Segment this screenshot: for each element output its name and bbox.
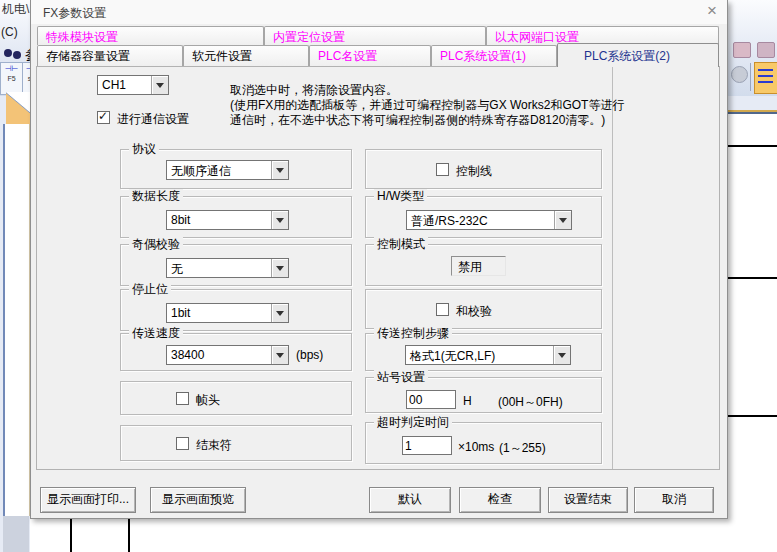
tab-plc-system-settings-2[interactable]: PLC系统设置(2): [557, 43, 719, 67]
timeout-unit: ×10ms: [458, 440, 494, 454]
toolbar-separator: [750, 63, 751, 91]
note-line-1: 取消选中时，将清除设置内容。: [230, 83, 720, 98]
sum-check-box: ✓ 和校验: [365, 289, 602, 329]
dropdown-arrow-icon[interactable]: [271, 259, 288, 277]
sum-check-checkbox[interactable]: ✓: [436, 303, 449, 316]
control-line-box: ✓ 控制线: [365, 149, 602, 189]
comm-setting-checkbox[interactable]: ✓: [97, 111, 110, 124]
terminator-box: ✓ 结束符: [120, 425, 352, 461]
dropdown-arrow-icon[interactable]: [553, 346, 570, 364]
screen-print-button[interactable]: 显示画面打印...: [40, 487, 136, 513]
data-length-group: 数据长度 8bit: [120, 196, 352, 238]
tab-device-settings[interactable]: 软元件设置: [183, 45, 309, 66]
note-line-3: 通信时，在不选中状态下将可编程控制器侧的特殊寄存器D8120清零。): [230, 113, 720, 128]
frame-header-checkbox[interactable]: ✓: [176, 392, 189, 405]
find-icon[interactable]: [4, 49, 12, 57]
data-length-value: 8bit: [171, 213, 190, 227]
tab-label: PLC系统设置(1): [440, 48, 526, 65]
tab-plc-name-settings[interactable]: PLC名设置: [309, 45, 431, 66]
terminator-checkbox[interactable]: ✓: [176, 437, 189, 450]
protocol-group: 协议 无顺序通信: [120, 149, 352, 189]
baud-rate-value: 38400: [171, 348, 204, 362]
dialog-title: FX参数设置: [43, 5, 106, 22]
ladder-monitor-button[interactable]: [754, 62, 777, 94]
stop-bit-group: 停止位 1bit: [120, 289, 352, 331]
ladder-contact-button[interactable]: ⊣⊢ F5: [0, 62, 23, 95]
fx-parameter-dialog: FX参数设置 × 特殊模块设置 内置定位设置 以太网端口设置 存储器容量设置 软…: [30, 0, 728, 519]
comm-setting-label: 进行通信设置: [117, 111, 189, 128]
station-range: (00H～0FH): [498, 394, 563, 411]
setting-end-button[interactable]: 设置结束: [548, 487, 628, 513]
dropdown-arrow-icon[interactable]: [271, 304, 288, 322]
tab-built-in-positioning-settings[interactable]: 内置定位设置: [264, 26, 486, 45]
navigation-pane: [5, 124, 30, 516]
toolbar-icon-a[interactable]: [733, 42, 751, 58]
timeout-range: (1～255): [499, 440, 546, 457]
toolbar-icon-c[interactable]: [731, 66, 748, 83]
control-procedure-label: 传送控制步骤: [374, 326, 452, 340]
tab-memory-capacity-settings[interactable]: 存储器容量设置: [37, 45, 183, 66]
navigation-pane-corner: [6, 92, 30, 124]
baud-rate-group: 传送速度 38400 (bps): [120, 333, 352, 371]
close-icon[interactable]: ×: [707, 1, 717, 21]
default-button[interactable]: 默认: [369, 487, 451, 513]
ladder-rung-line: [728, 415, 777, 417]
control-mode-value: 禁用: [451, 256, 506, 276]
dropdown-arrow-icon[interactable]: [271, 346, 288, 364]
navigation-pane-footer: [3, 516, 29, 552]
stop-bit-label: 停止位: [129, 282, 171, 296]
dropdown-arrow-icon[interactable]: [271, 211, 288, 229]
parity-label: 奇偶校验: [129, 237, 183, 251]
parity-select[interactable]: 无: [166, 258, 289, 278]
tab-label: 内置定位设置: [273, 29, 345, 46]
dropdown-arrow-icon[interactable]: [554, 211, 571, 229]
tab-special-module-settings[interactable]: 特殊模块设置: [37, 26, 264, 45]
control-procedure-group: 传送控制步骤 格式1(无CR,LF): [365, 333, 602, 371]
control-line-checkbox[interactable]: ✓: [436, 163, 449, 176]
ladder-rungs-icon: [758, 69, 773, 86]
timeout-label: 超时判定时间: [374, 415, 452, 429]
tab-label: 特殊模块设置: [46, 29, 118, 46]
note-text: 取消选中时，将清除设置内容。 (使用FX用的选配插板等，并通过可编程控制器与GX…: [230, 83, 720, 128]
frame-header-label: 帧头: [196, 392, 220, 409]
protocol-select[interactable]: 无顺序通信: [166, 160, 289, 180]
dropdown-arrow-icon[interactable]: [271, 161, 288, 179]
protocol-label: 协议: [129, 142, 159, 156]
station-group: 站号设置 H (00H～0FH): [365, 377, 602, 413]
cancel-button[interactable]: 取消: [634, 487, 714, 513]
plc-system-2-panel: CH1 ✓ 进行通信设置 取消选中时，将清除设置内容。 (使用FX用的选配插板等…: [36, 66, 720, 470]
terminator-label: 结束符: [196, 437, 232, 454]
check-icon: ✓: [98, 109, 108, 123]
stop-bit-select[interactable]: 1bit: [166, 303, 289, 323]
toolbar-icon-b[interactable]: [757, 42, 775, 58]
tab-plc-system-settings-1[interactable]: PLC系统设置(1): [431, 45, 557, 66]
background-menu-fragment[interactable]: (C): [1, 25, 18, 39]
control-line-label: 控制线: [456, 163, 492, 180]
frame-header-box: ✓ 帧头: [120, 381, 352, 415]
timeout-input[interactable]: [402, 436, 452, 455]
ladder-bus-line: [70, 519, 72, 552]
hw-type-group: H/W类型 普通/RS-232C: [365, 196, 602, 238]
channel-value: CH1: [102, 78, 126, 92]
check-button[interactable]: 检查: [459, 487, 541, 513]
station-unit: H: [463, 394, 472, 408]
channel-select[interactable]: CH1: [97, 75, 169, 95]
dialog-titlebar[interactable]: FX参数设置 ×: [31, 0, 727, 24]
control-procedure-select[interactable]: 格式1(无CR,LF): [405, 345, 571, 365]
baud-rate-select[interactable]: 38400: [166, 345, 289, 365]
background-window-title: 机电\: [2, 1, 29, 18]
dropdown-arrow-icon[interactable]: [151, 76, 168, 94]
station-input[interactable]: [406, 390, 456, 409]
ladder-editor-bottom: [30, 519, 728, 552]
timeout-group: 超时判定时间 ×10ms (1～255): [365, 422, 602, 464]
screen: 机电\ (C) 参 ⊣⊢ F5 ⊣/⊢ sF5 FX参数设置 × 特殊模块设置: [0, 0, 777, 552]
protocol-value: 无顺序通信: [171, 163, 231, 180]
baud-rate-unit: (bps): [296, 348, 323, 362]
tab-label: PLC系统设置(2): [584, 48, 670, 65]
data-length-select[interactable]: 8bit: [166, 210, 289, 230]
parity-value: 无: [171, 261, 183, 278]
hw-type-label: H/W类型: [374, 189, 427, 203]
hw-type-select[interactable]: 普通/RS-232C: [406, 210, 572, 230]
control-mode-label: 控制模式: [374, 237, 428, 251]
screen-preview-button[interactable]: 显示画面预览: [150, 487, 246, 513]
